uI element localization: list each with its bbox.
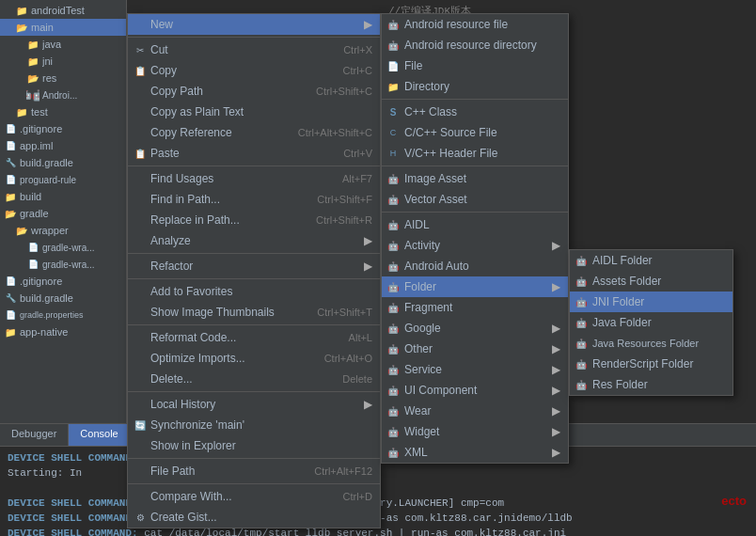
watermark: ecto (721, 494, 747, 508)
assets-folder-icon: 🤖 (574, 274, 589, 289)
folder-open-icon (15, 21, 28, 34)
submenu-item-androidresfile[interactable]: 🤖 Android resource file (382, 14, 568, 35)
other-icon: 🤖 (386, 341, 401, 356)
submenu-item-androidresdir[interactable]: 🤖 Android resource directory (382, 35, 568, 55)
divider (382, 212, 568, 213)
submenu-item-xml[interactable]: 🤖 XML ▶ (382, 442, 568, 463)
submenu-item-renderscript[interactable]: 🤖 RenderScript Folder (570, 354, 732, 374)
google-icon: 🤖 (386, 321, 401, 336)
tree-item-jni[interactable]: jni (0, 53, 126, 70)
tree-item-gitignore[interactable]: .gitignore (0, 120, 126, 137)
submenu-item-jnifolder[interactable]: 🤖 JNI Folder (570, 292, 732, 312)
tree-item-test[interactable]: test (0, 103, 126, 120)
submenu-new: 🤖 Android resource file 🤖 Android resour… (381, 13, 569, 464)
tab-debugger[interactable]: Debugger (0, 424, 69, 446)
menu-item-paste[interactable]: 📋 Paste Ctrl+V (128, 143, 380, 164)
folder-open-icon (15, 224, 28, 237)
menu-item-optimizeimports[interactable]: Optimize Imports... Ctrl+Alt+O (128, 348, 380, 369)
submenu-item-folder[interactable]: 🤖 Folder ▶ (382, 276, 568, 297)
tree-item-gradleprop[interactable]: gradle.properties (0, 307, 126, 323)
tree-item-appnative[interactable]: app-native (0, 323, 126, 340)
submenu-item-aidl[interactable]: 🤖 AIDL (382, 214, 568, 235)
tree-item-gradle-w1[interactable]: gradle-wra... (0, 239, 126, 256)
renderscript-icon: 🤖 (574, 356, 589, 371)
menu-item-copy[interactable]: 📋 Copy Ctrl+C (128, 60, 380, 81)
folder-icon (26, 55, 39, 68)
menu-item-delete[interactable]: Delete... Delete (128, 369, 380, 389)
menu-item-filepath[interactable]: File Path Ctrl+Alt+F12 (128, 461, 380, 481)
file-icon (4, 308, 17, 322)
file-icon (4, 275, 17, 288)
folder-new-icon: 🤖 (386, 279, 401, 294)
submenu-item-activity[interactable]: 🤖 Activity ▶ (382, 235, 568, 256)
tree-item-androidtest[interactable]: androidTest (0, 2, 126, 19)
submenu-item-widget[interactable]: 🤖 Widget ▶ (382, 421, 568, 442)
menu-item-analyze[interactable]: Analyze ▶ (128, 230, 380, 251)
menu-item-comparewith[interactable]: Compare With... Ctrl+D (128, 486, 380, 507)
arrow-icon: ▶ (552, 446, 560, 459)
menu-item-refactor[interactable]: Refactor ▶ (128, 256, 380, 276)
menu-item-findusages[interactable]: Find Usages Alt+F7 (128, 168, 380, 189)
res-folder-icon: 🤖 (574, 377, 589, 392)
file-icon: 📄 (386, 58, 401, 73)
menu-item-findinpath[interactable]: Find in Path... Ctrl+Shift+F (128, 189, 380, 210)
menu-item-reformat[interactable]: Reformat Code... Alt+L (128, 327, 380, 348)
xml-icon: 🤖 (386, 445, 401, 460)
submenu-item-service[interactable]: 🤖 Service ▶ (382, 359, 568, 380)
file-icon (4, 122, 17, 135)
divider (128, 483, 380, 484)
copy-icon: 📋 (134, 66, 147, 76)
submenu-item-assetsfolder[interactable]: 🤖 Assets Folder (570, 271, 732, 292)
tree-item-res[interactable]: res (0, 70, 126, 87)
tree-item-java[interactable]: java (0, 36, 126, 53)
tree-item-buildgradle[interactable]: build.gradle (0, 154, 126, 171)
submenu-item-cppheader[interactable]: H V/C++ Header File (382, 143, 568, 164)
menu-item-copyref[interactable]: Copy Reference Ctrl+Alt+Shift+C (128, 122, 380, 143)
tree-item-android[interactable]: 🤖 Androi... (0, 87, 126, 103)
submenu-item-fragment[interactable]: 🤖 Fragment (382, 297, 568, 318)
submenu-item-wear[interactable]: 🤖 Wear ▶ (382, 401, 568, 421)
tree-item-gradle[interactable]: gradle (0, 205, 126, 222)
tree-item-gitignore2[interactable]: .gitignore (0, 273, 126, 290)
menu-item-new[interactable]: New ▶ (128, 14, 380, 35)
menu-item-copypath[interactable]: Copy Path Ctrl+Shift+C (128, 81, 380, 102)
aidl-icon: 🤖 (386, 217, 401, 232)
gist-icon: ⚙ (134, 512, 147, 523)
tree-item-wrapper[interactable]: wrapper (0, 222, 126, 239)
submenu-item-uicomponent[interactable]: 🤖 UI Component ▶ (382, 380, 568, 401)
submenu-item-aidlfolder[interactable]: 🤖 AIDL Folder (570, 250, 732, 271)
submenu-item-google[interactable]: 🤖 Google ▶ (382, 318, 568, 339)
submenu-item-vectorasset[interactable]: 🤖 Vector Asset (382, 189, 568, 210)
submenu-item-javafolder[interactable]: 🤖 Java Folder (570, 312, 732, 333)
submenu-item-other[interactable]: 🤖 Other ▶ (382, 339, 568, 359)
submenu-item-cppclass[interactable]: S C++ Class (382, 102, 568, 122)
submenu-item-resfolder[interactable]: 🤖 Res Folder (570, 374, 732, 395)
tree-item-proguard[interactable]: proguard-rule (0, 171, 126, 188)
menu-item-replaceinpath[interactable]: Replace in Path... Ctrl+Shift+R (128, 210, 380, 230)
arrow-icon: ▶ (552, 363, 560, 376)
submenu-item-file[interactable]: 📄 File (382, 55, 568, 76)
menu-item-syncmain[interactable]: 🔄 Synchronize 'main' (128, 415, 380, 435)
menu-item-showinexplorer[interactable]: Show in Explorer (128, 435, 380, 456)
tab-console[interactable]: Console (69, 424, 130, 446)
arrow-icon: ▶ (364, 260, 372, 273)
submenu-item-imageasset[interactable]: 🤖 Image Asset (382, 168, 568, 189)
divider (128, 391, 380, 392)
submenu-item-androidauto[interactable]: 🤖 Android Auto (382, 256, 568, 276)
tree-item-main[interactable]: main (0, 19, 126, 36)
menu-item-cut[interactable]: ✂ Cut Ctrl+X (128, 39, 380, 60)
menu-item-creategist[interactable]: ⚙ Create Gist... (128, 507, 380, 528)
tree-item-appiml[interactable]: app.iml (0, 137, 126, 154)
divider (128, 324, 380, 325)
submenu-item-javaresources[interactable]: 🤖 Java Resources Folder (570, 333, 732, 354)
menu-item-showthumbs[interactable]: Show Image Thumbnails Ctrl+Shift+T (128, 302, 380, 323)
menu-item-localhistory[interactable]: Local History ▶ (128, 394, 380, 415)
menu-item-addtofav[interactable]: Add to Favorites (128, 281, 380, 302)
submenu-item-cppsource[interactable]: C C/C++ Source File (382, 122, 568, 143)
submenu-item-directory[interactable]: 📁 Directory (382, 76, 568, 97)
tree-item-build[interactable]: build (0, 188, 126, 205)
activity-icon: 🤖 (386, 238, 401, 253)
tree-item-buildgradle2[interactable]: build.gradle (0, 290, 126, 307)
tree-item-gradle-w2[interactable]: gradle-wra... (0, 256, 126, 273)
menu-item-copyplain[interactable]: Copy as Plain Text (128, 102, 380, 122)
